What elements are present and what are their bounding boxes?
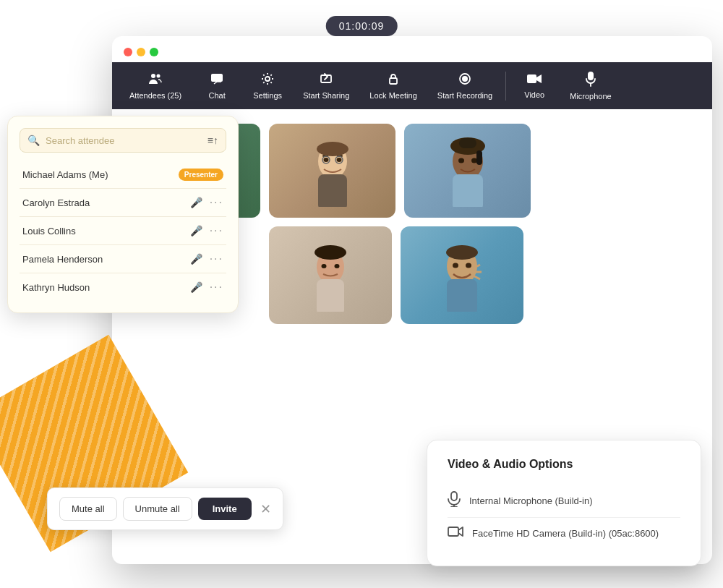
action-bar: Mute all Unmute all Invite ✕ xyxy=(47,487,283,530)
toolbar-chat[interactable]: Chat xyxy=(192,66,242,106)
svg-rect-8 xyxy=(527,74,536,83)
svg-rect-34 xyxy=(317,279,344,312)
toolbar-divider xyxy=(505,72,506,101)
video-icon xyxy=(526,72,542,88)
search-row[interactable]: 🔍 Search attendee ≡↑ xyxy=(20,128,226,153)
svg-rect-5 xyxy=(390,78,397,84)
attendee-name: Michael Adams (Me) xyxy=(22,169,179,180)
svg-point-7 xyxy=(462,76,468,82)
traffic-lights xyxy=(112,36,712,56)
svg-rect-9 xyxy=(588,72,594,80)
attendees-label: Attendees (25) xyxy=(129,91,181,100)
svg-rect-2 xyxy=(211,74,223,82)
start-recording-icon xyxy=(458,72,472,88)
chat-icon xyxy=(210,72,224,88)
settings-icon xyxy=(260,72,275,88)
attendee-name: Carolyn Estrada xyxy=(22,197,190,208)
start-sharing-icon xyxy=(319,72,333,88)
attendee-row: Pamela Henderson 🎤 ··· xyxy=(20,245,226,273)
attendee-name: Kathryn Hudson xyxy=(22,282,190,293)
presenter-badge: Presenter xyxy=(179,169,223,181)
svg-rect-27 xyxy=(453,174,483,207)
attendee-more-button[interactable]: ··· xyxy=(210,281,223,294)
attendee-row: Michael Adams (Me) Presenter xyxy=(20,161,226,189)
video-tile-4[interactable] xyxy=(269,226,392,324)
video-label: Video xyxy=(524,90,544,99)
close-action-bar-button[interactable]: ✕ xyxy=(260,501,271,517)
svg-point-40 xyxy=(453,263,458,268)
toolbar-start-recording[interactable]: Start Recording xyxy=(427,66,502,106)
video-tile-2[interactable] xyxy=(269,124,395,218)
close-button[interactable] xyxy=(124,48,132,56)
svg-point-25 xyxy=(317,142,348,156)
timer-badge: 01:00:09 xyxy=(326,16,398,36)
attendee-mic-icon[interactable]: 🎤 xyxy=(190,253,202,265)
timer-display: 01:00:09 xyxy=(339,20,385,32)
toolbar-microphone[interactable]: Microphone xyxy=(560,65,621,106)
toolbar-video[interactable]: Video xyxy=(509,67,560,105)
audio-panel-title: Video & Audio Options xyxy=(448,458,680,471)
maximize-button[interactable] xyxy=(150,48,158,56)
search-icon: 🔍 xyxy=(27,135,40,146)
svg-point-20 xyxy=(336,158,341,162)
attendee-mic-icon[interactable]: 🎤 xyxy=(190,197,202,208)
camera-option-text: FaceTime HD Camera (Build-in) (05ac:8600… xyxy=(472,528,659,539)
svg-point-19 xyxy=(323,158,328,162)
camera-option-row[interactable]: FaceTime HD Camera (Build-in) (05ac:8600… xyxy=(448,518,680,548)
lock-meeting-label: Lock Meeting xyxy=(369,91,416,100)
video-tile-5[interactable] xyxy=(401,226,523,324)
unmute-all-button[interactable]: Unmute all xyxy=(123,497,192,521)
attendee-row: Carolyn Estrada 🎤 ··· xyxy=(20,189,226,217)
svg-point-37 xyxy=(315,245,346,260)
svg-rect-49 xyxy=(448,527,458,536)
svg-point-45 xyxy=(446,245,478,260)
attendee-row: Louis Collins 🎤 ··· xyxy=(20,217,226,245)
svg-rect-32 xyxy=(476,150,482,165)
lock-meeting-icon xyxy=(386,72,401,88)
svg-point-3 xyxy=(265,77,270,81)
attendee-more-button[interactable]: ··· xyxy=(210,196,223,209)
camera-option-icon xyxy=(448,525,463,541)
search-input[interactable]: Search attendee xyxy=(46,135,202,146)
attendee-list: Michael Adams (Me) Presenter Carolyn Est… xyxy=(20,161,226,301)
audio-panel: Video & Audio Options Internal Microphon… xyxy=(427,440,701,566)
svg-rect-18 xyxy=(318,174,347,207)
attendee-panel: 🔍 Search attendee ≡↑ Michael Adams (Me) … xyxy=(7,116,239,313)
microphone-option-row[interactable]: Internal Microphone (Build-in) xyxy=(448,484,680,518)
start-recording-label: Start Recording xyxy=(437,91,492,100)
attendee-row: Kathryn Hudson 🎤 ··· xyxy=(20,273,226,301)
toolbar-settings[interactable]: Settings xyxy=(242,66,293,106)
toolbar-lock-meeting[interactable]: Lock Meeting xyxy=(359,66,427,106)
sort-icon[interactable]: ≡↑ xyxy=(208,135,218,146)
svg-point-28 xyxy=(458,158,464,163)
attendee-mic-icon[interactable]: 🎤 xyxy=(190,225,202,237)
microphone-option-icon xyxy=(448,491,461,510)
attendee-name: Pamela Henderson xyxy=(22,254,190,265)
microphone-label: Microphone xyxy=(570,92,611,101)
svg-point-36 xyxy=(335,264,340,268)
svg-rect-39 xyxy=(447,279,477,312)
toolbar-attendees[interactable]: Attendees (25) xyxy=(119,66,192,106)
mute-all-button[interactable]: Mute all xyxy=(59,497,117,521)
attendee-mic-icon[interactable]: 🎤 xyxy=(190,281,202,293)
chat-label: Chat xyxy=(209,91,226,100)
toolbar: Attendees (25) Chat Settings xyxy=(112,62,712,109)
toolbar-start-sharing[interactable]: Start Sharing xyxy=(293,66,359,106)
attendees-icon xyxy=(148,72,163,88)
microphone-icon xyxy=(585,71,596,89)
start-sharing-label: Start Sharing xyxy=(303,91,349,100)
invite-button[interactable]: Invite xyxy=(198,498,252,520)
svg-point-0 xyxy=(151,74,155,78)
settings-label: Settings xyxy=(253,91,282,100)
svg-line-44 xyxy=(473,276,480,279)
svg-point-41 xyxy=(466,263,471,268)
svg-point-35 xyxy=(322,264,327,268)
attendee-more-button[interactable]: ··· xyxy=(210,224,223,237)
microphone-option-text: Internal Microphone (Build-in) xyxy=(469,495,593,506)
svg-rect-46 xyxy=(451,492,457,500)
attendee-more-button[interactable]: ··· xyxy=(210,252,223,265)
svg-rect-31 xyxy=(459,138,476,148)
svg-point-29 xyxy=(471,158,477,163)
video-tile-3[interactable] xyxy=(404,124,531,218)
minimize-button[interactable] xyxy=(137,48,145,56)
